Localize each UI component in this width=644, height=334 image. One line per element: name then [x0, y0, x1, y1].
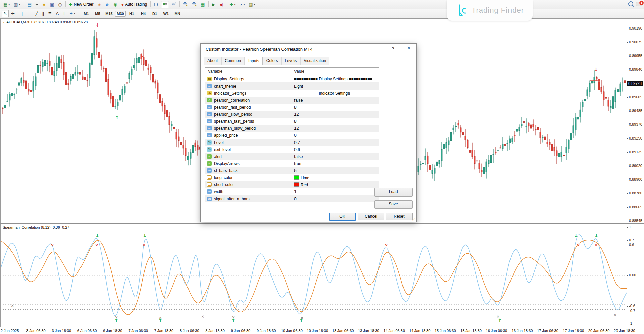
dialog-titlebar[interactable]: Custom Indicator - Pearson Spearman Corr… — [201, 44, 416, 55]
time-axis[interactable]: 2 Jan 20253 Jan 06:303 Jan 18:306 Jan 06… — [0, 327, 644, 334]
save-button[interactable]: Save — [374, 200, 413, 209]
timeframe-d1[interactable]: D1 — [149, 11, 160, 17]
tab-levels[interactable]: Levels — [281, 57, 300, 65]
variable-value[interactable]: 1 — [294, 189, 297, 194]
tab-inputs[interactable]: Inputs — [245, 57, 263, 65]
variable-value[interactable]: 0.7 — [294, 140, 300, 145]
variable-value[interactable]: ========== Indicator Settings ========== — [294, 91, 375, 96]
price-scale[interactable]: 0.901900.900750.899550.898400.897280.896… — [627, 19, 644, 327]
timeframe-m5[interactable]: M5 — [92, 11, 103, 17]
vertical-line-button[interactable]: | — [20, 10, 24, 17]
tab-colors[interactable]: Colors — [263, 57, 281, 65]
variable-value[interactable]: 12 — [294, 112, 299, 117]
accounts-button[interactable]: ☻ — [103, 1, 111, 8]
table-row[interactable]: spearman_slow_period12 — [205, 125, 379, 132]
variable-value[interactable]: 12 — [294, 126, 299, 131]
periods-button[interactable]: ◔▾ — [238, 1, 247, 8]
tab-about[interactable]: About — [204, 57, 221, 65]
table-row[interactable]: DisplayArrowstrue — [205, 160, 379, 167]
table-row[interactable]: sl_bars_back5 — [205, 167, 379, 174]
terminal-button[interactable]: ▣ — [48, 1, 56, 8]
fibonacci-button[interactable]: ≣ — [47, 10, 54, 17]
timeframe-h4[interactable]: H4 — [138, 11, 149, 17]
chart-bars-button[interactable] — [152, 1, 160, 8]
table-row[interactable]: Indicator_Settings========== Indicator S… — [205, 90, 379, 97]
variable-value[interactable]: Light — [294, 84, 303, 89]
new-chart-button[interactable]: ▦▾ — [2, 1, 11, 8]
variable-value[interactable]: Lime — [294, 175, 309, 180]
variable-value[interactable]: false — [294, 154, 303, 159]
variable-value[interactable]: 8 — [294, 105, 297, 110]
close-icon[interactable]: ✕ — [404, 45, 413, 51]
chart-shift-button[interactable]: ◀ — [218, 1, 224, 8]
table-row[interactable]: Level0.7 — [205, 139, 379, 146]
arrows-tool-button[interactable]: ✦▾ — [68, 10, 77, 17]
table-row[interactable]: short_colorRed — [205, 181, 379, 188]
table-row[interactable]: width1 — [205, 188, 379, 195]
chart-line-button[interactable] — [170, 1, 178, 8]
text-label-button[interactable]: T — [61, 10, 67, 17]
zoom-in-button[interactable] — [181, 1, 190, 8]
strategy-tester-button[interactable]: ◷ — [56, 1, 63, 8]
table-row[interactable]: long_colorLime — [205, 174, 379, 181]
chart-symbol-line: ▼AUDCAD,M30 0.89707 0.89748 0.89681 0.89… — [3, 20, 88, 24]
cursor-button[interactable]: ↖ — [2, 10, 9, 17]
text-button[interactable]: A — [54, 10, 60, 17]
table-row[interactable]: pearson_slow_period12 — [205, 111, 379, 118]
variable-value[interactable]: true — [294, 161, 301, 166]
help-button[interactable]: ? — [389, 46, 397, 51]
table-row[interactable]: pearson_correlationfalse — [205, 97, 379, 104]
variable-value[interactable]: 8 — [294, 119, 297, 124]
data-window-button[interactable]: ⌖ — [34, 1, 40, 8]
variable-value[interactable]: 0.6 — [294, 147, 300, 152]
table-row[interactable]: exit_level0.6 — [205, 146, 379, 153]
timeframe-m15[interactable]: M15 — [104, 11, 114, 17]
zoom-out-button[interactable] — [190, 1, 198, 8]
table-row[interactable]: applied_price0 — [205, 132, 379, 139]
new-order-button[interactable]: ✚New Order — [67, 1, 95, 8]
profiles-button[interactable]: ▥▾ — [12, 1, 22, 8]
table-row[interactable]: Display_Settings========== Display Setti… — [205, 75, 379, 82]
timeframe-m1[interactable]: M1 — [81, 11, 92, 17]
table-row[interactable]: spearman_fast_peroid8 — [205, 118, 379, 125]
ok-button[interactable]: OK — [329, 213, 356, 221]
horizontal-line-button[interactable]: — — [25, 10, 33, 17]
resize-grip[interactable]: ⋰ — [412, 218, 415, 221]
timeframe-mn[interactable]: MN — [172, 11, 183, 17]
alerts-button[interactable]: ◉ — [112, 1, 119, 8]
experts-button[interactable]: ◈ — [96, 1, 102, 8]
variable-value[interactable]: ========== Display Settings ========== — [294, 77, 372, 81]
auto-scroll-button[interactable]: ▶ — [210, 1, 217, 8]
tab-visualization[interactable]: Visualization — [300, 57, 329, 65]
templates-button[interactable]: ▨▾ — [247, 1, 257, 8]
variable-value[interactable]: 0 — [294, 197, 297, 201]
table-row[interactable]: chart_themeLight — [205, 82, 379, 90]
indicators-list-button[interactable]: ✚▾ — [228, 1, 237, 8]
tile-windows-button[interactable]: ▦ — [199, 1, 206, 8]
table-row[interactable]: alertfalse — [205, 153, 379, 160]
timeframe-m30[interactable]: M30 — [115, 11, 126, 17]
trendline-button[interactable]: ╱ — [34, 10, 40, 17]
table-row[interactable]: signal_after_n_bars0 — [205, 195, 379, 202]
panel-splitter[interactable] — [0, 223, 644, 224]
search-icon[interactable] — [628, 1, 633, 6]
load-button[interactable]: Load — [374, 188, 413, 197]
crosshair-button[interactable]: ✛ — [9, 10, 16, 17]
timeframe-w1[interactable]: W1 — [161, 11, 171, 17]
market-watch-button[interactable]: ▤ — [26, 1, 33, 8]
chart-candles-button[interactable] — [161, 1, 169, 8]
variable-value[interactable]: 0 — [294, 133, 297, 138]
equidistant-channel-button[interactable]: ∥ — [40, 10, 46, 17]
timeframe-h1[interactable]: H1 — [126, 11, 137, 17]
variable-value[interactable]: Red — [294, 182, 308, 187]
variable-value[interactable]: false — [294, 98, 303, 103]
cancel-button[interactable]: Cancel — [358, 213, 384, 220]
table-row[interactable]: pearson_fast_period8 — [205, 104, 379, 111]
notification-icon[interactable]: 1 — [636, 2, 642, 6]
variable-value[interactable]: 5 — [294, 168, 297, 173]
reset-button[interactable]: Reset — [386, 213, 413, 220]
autotrading-button[interactable]: ●AutoTrading — [120, 1, 149, 8]
tab-common[interactable]: Common — [221, 57, 245, 65]
navigator-button[interactable]: ★ — [40, 1, 48, 8]
collapse-triangle-icon[interactable]: ▼ — [3, 21, 5, 23]
